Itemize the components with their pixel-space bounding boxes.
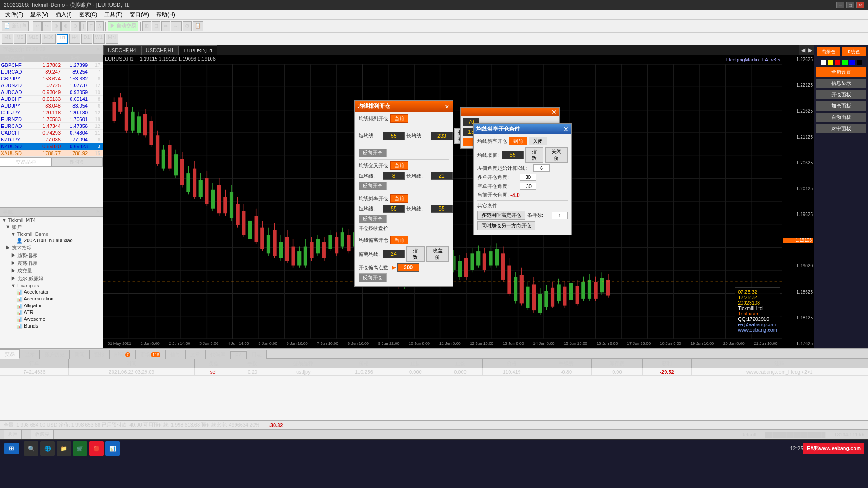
nav-accelerator[interactable]: 📊 Accelerator	[0, 289, 103, 296]
rp-open-panel[interactable]: 开仓面板	[816, 90, 866, 99]
ma-btn-index2[interactable]: 指数	[406, 246, 425, 262]
taskbar-icon-store[interactable]: 🛒	[73, 441, 87, 456]
nav-accumulation[interactable]: 📊 Accumulation	[0, 296, 103, 302]
mw-row-eurcad1[interactable]: EURCAD89.24789.2547	[0, 69, 103, 75]
color-black[interactable]	[857, 60, 862, 65]
minimize-button[interactable]: ─	[836, 2, 844, 8]
mw-row-eurnzd[interactable]: EURNZD1.705831.7060118	[0, 116, 103, 123]
btab-trade[interactable]: 交易	[0, 349, 20, 359]
menu-file[interactable]: 文件(F)	[2, 10, 27, 19]
modal-wave-close[interactable]: ✕	[552, 109, 557, 115]
tb-template[interactable]: 📋	[193, 21, 203, 31]
slope-sell-val[interactable]	[520, 183, 536, 190]
mw-tab-symbols[interactable]: 交易品种	[0, 157, 52, 167]
chart-tab-usdchf-h4[interactable]: USDCHF,H4	[103, 45, 141, 55]
chart-scroll-right[interactable]: ▶	[807, 45, 814, 55]
close-button[interactable]: ✕	[856, 2, 864, 8]
nav-tickmill-mt4[interactable]: ▼ Tickmill MT4	[0, 217, 103, 223]
rp-full-settings[interactable]: 全局设置	[816, 67, 866, 77]
rp-k-color[interactable]: K线色	[842, 47, 866, 56]
ma-long-val3[interactable]	[431, 205, 453, 213]
mw-tab-ticks[interactable]: 即时图	[52, 157, 103, 167]
mw-row-gbpchf[interactable]: GBPCHF1.278821.2789917	[0, 62, 103, 69]
tf-m1[interactable]: M1	[2, 34, 13, 44]
color-green[interactable]	[842, 60, 848, 65]
ma-btn-reverse2[interactable]: 反向开仓	[359, 182, 387, 190]
tf-h4[interactable]: H4	[69, 34, 80, 44]
rp-bg-color[interactable]: 背景色	[817, 47, 840, 56]
maximize-button[interactable]: □	[846, 2, 854, 8]
taskbar-icon-search[interactable]: 🔍	[24, 441, 38, 456]
btab-articles[interactable]: 文章	[185, 350, 205, 359]
chart-tab-usdchf-h1[interactable]: USDCHF,H1	[141, 45, 179, 55]
chart-main[interactable]: EURUSD,H1 1.19115 1.19122 1.19096 1.1910…	[103, 55, 814, 348]
tb-btn7[interactable]: T	[87, 21, 95, 31]
taskbar-icon-explorer[interactable]: 🌐	[40, 441, 55, 456]
ma-btn-reverse1[interactable]: 反向开仓	[359, 149, 387, 157]
tf-mn[interactable]: MN	[106, 34, 118, 44]
color-blue[interactable]	[849, 60, 855, 65]
ma-btn-current2[interactable]: 当前	[390, 161, 408, 170]
btab-market[interactable]: 市场116	[135, 350, 165, 359]
taskbar-icon-mt4[interactable]: 📊	[105, 441, 120, 456]
slope-btn-show[interactable]: 到前	[509, 137, 527, 145]
modal-ma-close[interactable]: ✕	[444, 103, 450, 110]
menu-insert[interactable]: 插入(I)	[52, 10, 75, 19]
modal-slope-close[interactable]: ✕	[563, 126, 569, 132]
tf-m15[interactable]: M15	[27, 34, 41, 44]
menu-tools[interactable]: 工具(T)	[101, 10, 126, 19]
color-red[interactable]	[835, 60, 840, 65]
mw-row-audcad[interactable]: AUDCAD0.930490.9305910	[0, 89, 103, 96]
mw-row-audnzd[interactable]: AUDNZD1.077251.0773712	[0, 82, 103, 89]
tb-btn1[interactable]: ↩	[33, 21, 42, 31]
mw-row-eurcad2[interactable]: EURCAD1.473441.4735612	[0, 123, 103, 130]
rp-info-display[interactable]: 信息显示	[816, 79, 866, 88]
btab-mail[interactable]: 邮箱7	[109, 350, 135, 359]
slope-btn-close-price[interactable]: 关闭价	[545, 147, 568, 163]
ma-points-val[interactable]	[397, 263, 419, 272]
tf-h1[interactable]: H1	[57, 34, 68, 44]
nav-indicators[interactable]: ▶ 技术指标	[0, 244, 103, 252]
nav-account-user[interactable]: 👤 20023108: huihui xiao	[0, 237, 103, 244]
nav-accounts[interactable]: ▼ 账户	[0, 223, 103, 231]
slope-cond-val[interactable]	[552, 212, 568, 219]
btab-ea[interactable]: EA	[230, 351, 247, 359]
navigator-close[interactable]: ✕	[96, 209, 100, 216]
ma-short-val1[interactable]	[383, 132, 405, 140]
color-yellow[interactable]	[828, 60, 833, 65]
tb-btn8[interactable]: A	[96, 21, 104, 31]
btab-news[interactable]: 新闻	[70, 350, 90, 359]
mw-row-chfjpy[interactable]: CHFJPY120.118120.13012	[0, 109, 103, 116]
rp-add-panel[interactable]: 加仓面板	[816, 101, 866, 111]
slope-btn-range[interactable]: 多范围时高定开仓	[477, 211, 525, 220]
tb-scroll[interactable]: →|	[171, 21, 182, 31]
nav-williams[interactable]: ▶ 比尔 威廉姆	[0, 275, 103, 282]
mw-row-nzdusd[interactable]: NZDUSD0.698200.698233	[0, 143, 103, 150]
start-button[interactable]: ⊞	[4, 443, 19, 454]
mw-row-audchf[interactable]: AUDCHF0.691330.691418	[0, 96, 103, 103]
tf-m5[interactable]: M5	[14, 34, 25, 44]
sb-favorites[interactable]: 收藏夹	[31, 430, 54, 439]
modal-slope-titlebar[interactable]: 均线斜率开仓条件 ✕	[474, 124, 571, 134]
rp-vs-panel[interactable]: 对中面板	[816, 124, 866, 133]
nav-atr[interactable]: 📊 ATR	[0, 309, 103, 316]
taskbar-icon-folder[interactable]: 📁	[57, 441, 71, 456]
slope-btn-opposite[interactable]: 同时加仓另一方向开仓	[477, 221, 535, 230]
mw-row-cadchf[interactable]: CADCHF0.742930.7430411	[0, 130, 103, 136]
btab-alerts[interactable]: 警报	[90, 350, 109, 359]
rp-auto-panel[interactable]: 自动面板	[816, 113, 866, 122]
nav-examples[interactable]: ▼ Examples	[0, 282, 103, 289]
slope-btn-index[interactable]: 指数	[525, 147, 543, 163]
ma-short-val3[interactable]	[383, 205, 405, 213]
btab-display[interactable]: 显示	[20, 350, 40, 359]
ma-btn-current3[interactable]: 当前	[390, 194, 408, 203]
modal-wave-titlebar[interactable]: ✕	[461, 108, 559, 116]
ma-long-val1[interactable]	[431, 132, 453, 140]
mw-row-gbpjpy[interactable]: GBPJPY153.624153.6328	[0, 75, 103, 82]
chart-tab-eurusd-h1[interactable]: EURUSD,H1	[179, 45, 217, 55]
btab-codebase[interactable]: 代码库	[205, 350, 230, 359]
slope-buy-val[interactable]	[520, 174, 536, 181]
ma-long-val2[interactable]	[431, 172, 453, 180]
tb-btn3[interactable]: ⊕	[52, 21, 61, 31]
slope-btn-close[interactable]: 关闭	[529, 137, 547, 145]
